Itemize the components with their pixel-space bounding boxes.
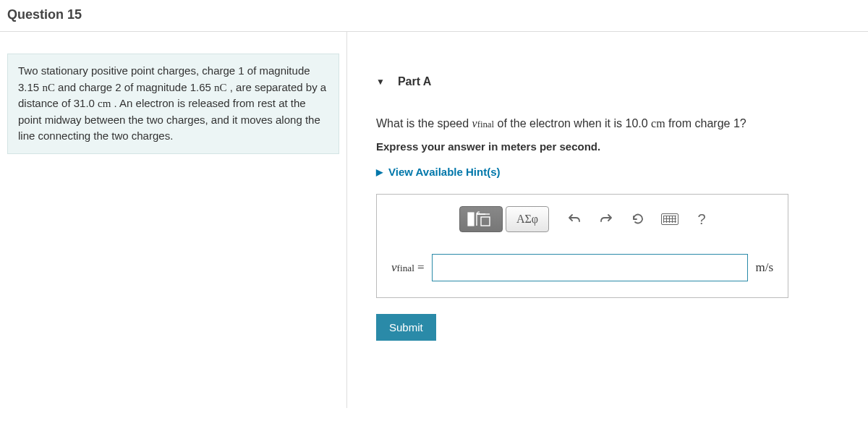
- reset-button[interactable]: [624, 206, 652, 232]
- q-unit: cm: [651, 117, 665, 129]
- q-pre: What is the speed: [376, 117, 472, 129]
- unit-nc-2: nC: [214, 82, 227, 93]
- lhs-var: v: [391, 260, 397, 274]
- collapse-triangle-icon: ▼: [376, 77, 385, 87]
- question-text: What is the speed vfinal of the electron…: [376, 117, 868, 130]
- equation-toolbar: x ΑΣφ ?: [388, 206, 776, 232]
- hints-label: View Available Hint(s): [388, 166, 501, 178]
- greek-symbols-button[interactable]: ΑΣφ: [506, 206, 549, 232]
- part-label: Part A: [398, 75, 432, 88]
- q-mid: of the electron when it is 10.0: [494, 117, 651, 129]
- expand-triangle-icon: ▶: [376, 167, 383, 177]
- math-templates-button[interactable]: x: [459, 206, 503, 232]
- lhs-eq: =: [414, 260, 425, 274]
- help-label: ?: [697, 211, 705, 228]
- content-area: Two stationary positive point charges, c…: [0, 32, 868, 408]
- greek-label: ΑΣφ: [516, 213, 538, 226]
- problem-column: Two stationary positive point charges, c…: [0, 32, 347, 408]
- q-sub: final: [477, 119, 494, 129]
- part-header[interactable]: ▼ Part A: [376, 75, 868, 88]
- submit-button[interactable]: Submit: [376, 314, 436, 341]
- undo-button[interactable]: [561, 206, 588, 232]
- view-hints-button[interactable]: ▶ View Available Hint(s): [376, 166, 868, 178]
- question-title: Question 15: [7, 7, 861, 22]
- svg-rect-3: [481, 217, 490, 226]
- question-header: Question 15: [0, 0, 868, 32]
- problem-statement: Two stationary positive point charges, c…: [7, 54, 339, 154]
- keyboard-icon: [661, 213, 678, 225]
- problem-text: and charge 2 of magnitude 1.65: [55, 81, 214, 93]
- q-var: v: [472, 117, 477, 129]
- answer-area: x ΑΣφ ?: [376, 194, 788, 298]
- answer-instruction: Express your answer in meters per second…: [376, 140, 868, 153]
- redo-button[interactable]: [592, 206, 620, 232]
- answer-column: ▼ Part A What is the speed vfinal of the…: [347, 32, 868, 408]
- answer-unit: m/s: [755, 260, 776, 275]
- answer-input[interactable]: [432, 254, 749, 281]
- submit-label: Submit: [389, 321, 423, 333]
- unit-cm-1: cm: [98, 98, 111, 109]
- lhs-sub: final: [397, 263, 414, 273]
- q-post: from charge 1?: [665, 117, 746, 129]
- help-button[interactable]: ?: [688, 206, 715, 232]
- svg-text:x: x: [477, 211, 480, 215]
- answer-input-row: vfinal = m/s: [388, 254, 776, 281]
- answer-lhs: vfinal =: [388, 260, 425, 275]
- unit-nc-1: nC: [42, 82, 55, 93]
- keyboard-button[interactable]: [656, 206, 684, 232]
